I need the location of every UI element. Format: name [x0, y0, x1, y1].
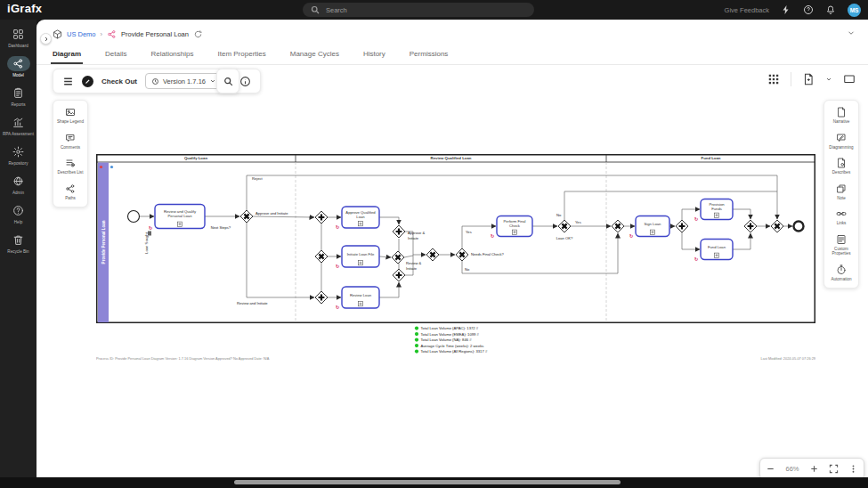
legend-dot: [415, 327, 418, 330]
diagram-footer-left: Process ID: Provide Personal Loan Diagra…: [96, 356, 270, 361]
tab-item-properties[interactable]: Item Properties: [218, 46, 266, 64]
panel-item-comments[interactable]: Comments: [61, 133, 80, 150]
fullscreen-button[interactable]: [829, 464, 839, 474]
panel-item-note[interactable]: Note: [836, 183, 847, 201]
sidebar-item-recycle-bin[interactable]: Recycle Bin: [0, 232, 37, 262]
legend-dot: [415, 338, 418, 342]
panel-item-automation[interactable]: Automation: [831, 264, 851, 282]
user-avatar[interactable]: MS: [848, 4, 861, 17]
legend-entry: Total Loan Volume (EMEA): 1099 #: [421, 332, 480, 337]
panel-item-paths[interactable]: Paths: [65, 183, 76, 201]
legend-entry: Total Loan Volume (All Regions): 3317 #: [421, 349, 488, 354]
search-icon: [310, 4, 320, 15]
sidebar-item-label: Help: [14, 220, 22, 224]
tab-relationships[interactable]: Relationships: [150, 46, 193, 64]
sidebar-item-label: Admin: [12, 191, 24, 195]
phase-header-fund-loan: Fund Loan: [702, 156, 721, 160]
zoom-in-button[interactable]: [809, 464, 819, 474]
horizontal-scrollbar[interactable]: [0, 477, 868, 488]
describes-icon: [836, 158, 847, 168]
flow-label: Loan OK?: [556, 236, 573, 240]
sidebar-item-label: Recycle Bin: [7, 249, 28, 254]
paths-icon: [65, 183, 76, 194]
panel-item-custom-properties[interactable]: Custom Properties: [825, 234, 857, 256]
sidebar-item-label: Repository: [9, 161, 28, 166]
panel-item-label: Shape Legend: [57, 119, 84, 125]
flow-label: Reject: [252, 176, 263, 181]
right-tool-panel: NarrativeDiagrammingDescribesNoteLinksCu…: [823, 100, 859, 289]
check-out-pencil-icon: [82, 76, 93, 87]
sidebar-item-model[interactable]: Model: [0, 56, 37, 85]
tab-manage-cycles[interactable]: Manage Cycles: [290, 46, 339, 64]
sidebar-item-reports[interactable]: Reports: [0, 85, 37, 115]
reports-icon: [7, 85, 30, 101]
panel-item-label: Custom Properties: [825, 247, 857, 256]
end-event[interactable]: [794, 222, 804, 232]
sidebar-item-repository[interactable]: Repository: [0, 144, 37, 174]
version-history-icon[interactable]: [193, 29, 203, 39]
chevron-down-icon[interactable]: [847, 28, 856, 37]
zoom-out-button[interactable]: [766, 464, 775, 474]
clock-icon: [151, 77, 159, 85]
task-indicator-icon: ↻: [629, 233, 633, 239]
task-indicator-icon: ↻: [336, 305, 339, 310]
flow-label: Yes: [575, 220, 581, 224]
phase-header-qualify-loan: Qualify Loan: [184, 156, 207, 160]
flow-label: No: [465, 267, 470, 272]
search-placeholder: Search: [326, 6, 347, 14]
tab-diagram[interactable]: Diagram: [53, 46, 81, 64]
hamburger-menu-icon[interactable]: [62, 76, 74, 87]
panel-item-describes-list[interactable]: Describes List: [58, 158, 84, 175]
flow-label: Needs Final Check?: [471, 252, 505, 256]
task-approve-qualified-loan[interactable]: Approve QualifiedLoan↻: [336, 207, 379, 230]
info-icon[interactable]: [239, 76, 251, 87]
give-feedback-link[interactable]: Give Feedback: [725, 6, 769, 14]
tab-details[interactable]: Details: [105, 46, 126, 64]
task-review-loan[interactable]: Review Loan↻: [336, 287, 379, 310]
task-label: Initiate Loan File: [347, 252, 375, 256]
panel-item-shape-legend[interactable]: Shape Legend: [57, 107, 84, 125]
legend-dot: [415, 332, 418, 336]
panel-item-label: Automation: [831, 277, 851, 282]
narrative-icon: [836, 107, 847, 118]
flash-icon[interactable]: [781, 4, 791, 15]
breadcrumb: US Demo › Provide Personal Loan: [53, 27, 203, 41]
start-event[interactable]: [128, 211, 140, 223]
grid-view-icon[interactable]: [767, 73, 780, 85]
panel-item-links[interactable]: Links: [836, 208, 847, 226]
panel-item-label: Comments: [61, 145, 80, 150]
task-indicator-icon: ↻: [149, 225, 152, 231]
export-document-icon[interactable]: [802, 73, 815, 85]
scrollbar-thumb[interactable]: [234, 480, 621, 484]
collapse-panel-button[interactable]: [40, 33, 52, 45]
flow-label: Next Steps?: [211, 225, 231, 230]
sidebar-item-admin[interactable]: Admin: [0, 174, 37, 203]
notifications-bell-icon[interactable]: [825, 4, 836, 15]
help-icon: [7, 203, 30, 218]
task-indicator-icon: ↻: [694, 216, 698, 222]
version-dropdown[interactable]: Version 1.7.16: [145, 73, 223, 89]
comment-bubble-icon[interactable]: [843, 73, 856, 85]
panel-item-describes[interactable]: Describes: [832, 158, 850, 175]
sidebar-item-rpa-assessment[interactable]: RPA Assessment: [0, 115, 37, 144]
more-options-kebab-icon[interactable]: [848, 464, 858, 474]
sidebar-item-dashboard[interactable]: Dashboard: [0, 27, 37, 56]
search-input[interactable]: Search: [303, 3, 534, 17]
zoom-level: 66%: [785, 465, 799, 473]
help-icon[interactable]: [803, 4, 814, 15]
sidebar-item-help[interactable]: Help: [0, 203, 37, 232]
task-initiate-loan-file[interactable]: Initiate Loan File↻: [336, 246, 379, 269]
task-indicator-icon: ↻: [336, 224, 339, 230]
check-out-button[interactable]: Check Out: [101, 77, 137, 85]
tab-permissions[interactable]: Permissions: [410, 46, 449, 64]
document-attachment-icon: [148, 232, 151, 236]
diagram-search-button[interactable]: [216, 69, 239, 94]
tab-history[interactable]: History: [363, 46, 385, 64]
process-diagram-canvas[interactable]: Qualify LoanReview Qualified LoanFund Lo…: [96, 154, 815, 368]
chevron-down-icon[interactable]: [825, 76, 832, 83]
panel-item-narrative[interactable]: Narrative: [833, 107, 850, 125]
breadcrumb-project-link[interactable]: US Demo: [67, 30, 96, 38]
diagram-view-actions: [767, 72, 856, 86]
dashboard-icon: [7, 27, 30, 42]
panel-item-diagramming[interactable]: Diagramming: [829, 133, 853, 150]
